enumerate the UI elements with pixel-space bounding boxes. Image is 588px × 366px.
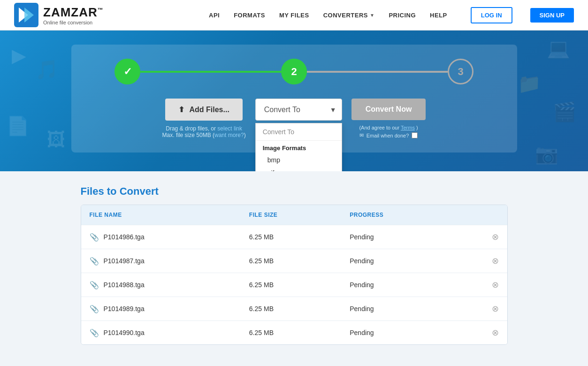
file-name: P1014989.tga bbox=[104, 305, 145, 313]
file-size-cell: 6.25 MB bbox=[241, 321, 341, 345]
file-name: P1014990.tga bbox=[104, 329, 145, 336]
nav-pricing[interactable]: PRICING bbox=[389, 12, 416, 19]
file-status-cell: Pending bbox=[341, 249, 454, 273]
terms-link[interactable]: Terms bbox=[401, 125, 415, 130]
add-files-button[interactable]: ⬆ Add Files... bbox=[165, 99, 242, 121]
file-status-cell: Pending bbox=[341, 225, 454, 249]
convert-now-button[interactable]: Convert Now bbox=[351, 99, 426, 120]
dropdown-group-label: Image Formats bbox=[256, 141, 342, 153]
file-status-cell: Pending bbox=[341, 321, 454, 345]
logo-icon bbox=[14, 3, 38, 27]
upload-icon: ⬆ bbox=[178, 105, 184, 114]
nav-my-files[interactable]: MY FILES bbox=[279, 12, 309, 19]
email-checkbox[interactable] bbox=[412, 132, 418, 138]
remove-file-button[interactable]: ⊗ bbox=[492, 304, 499, 314]
logo-tagline: Online file conversion bbox=[43, 20, 104, 25]
remove-file-button[interactable]: ⊗ bbox=[492, 232, 499, 242]
remove-file-button[interactable]: ⊗ bbox=[492, 256, 499, 266]
file-name-cell: 📎 P1014989.tga bbox=[81, 297, 241, 321]
convert-to-select[interactable]: Convert To bbox=[255, 99, 342, 121]
remove-file-button[interactable]: ⊗ bbox=[492, 280, 499, 290]
file-attachment-icon: 📎 bbox=[90, 257, 99, 266]
file-remove-cell: ⊗ bbox=[454, 297, 507, 321]
table-row: 📎 P1014986.tga 6.25 MB Pending ⊗ bbox=[81, 225, 507, 249]
files-section: Files to Convert FILE NAME FILE SIZE PRO… bbox=[71, 185, 517, 345]
files-table-header: FILE NAME FILE SIZE PROGRESS bbox=[81, 205, 507, 225]
file-name-cell: 📎 P1014990.tga bbox=[81, 321, 241, 345]
dropdown-item-gif[interactable]: gif bbox=[256, 167, 342, 171]
nav-help[interactable]: HELP bbox=[430, 12, 447, 19]
file-name-cell: 📎 P1014988.tga bbox=[81, 273, 241, 297]
file-attachment-icon: 📎 bbox=[90, 328, 99, 337]
table-row: 📎 P1014987.tga 6.25 MB Pending ⊗ bbox=[81, 249, 507, 273]
select-link[interactable]: select link bbox=[217, 125, 242, 132]
col-file-size: FILE SIZE bbox=[241, 205, 341, 225]
signup-button[interactable]: SIGN UP bbox=[530, 8, 574, 23]
convert-now-hint: (And agree to our Terms ) bbox=[359, 125, 418, 130]
col-actions bbox=[454, 205, 507, 225]
main-nav: API FORMATS MY FILES CONVERTERS ▼ PRICIN… bbox=[209, 7, 574, 23]
file-name: P1014986.tga bbox=[104, 233, 145, 241]
file-attachment-icon: 📎 bbox=[90, 233, 99, 242]
convert-to-area: Convert To ▼ Convert To Image Formatsbmp… bbox=[255, 99, 342, 121]
table-row: 📎 P1014988.tga 6.25 MB Pending ⊗ bbox=[81, 273, 507, 297]
col-file-name: FILE NAME bbox=[81, 205, 241, 225]
stepper: ✓ 2 3 bbox=[90, 59, 498, 84]
convert-now-area: Convert Now (And agree to our Terms ) ✉ … bbox=[351, 99, 426, 138]
file-attachment-icon: 📎 bbox=[90, 281, 99, 290]
remove-file-button[interactable]: ⊗ bbox=[492, 328, 499, 338]
col-progress: PROGRESS bbox=[341, 205, 454, 225]
nav-formats[interactable]: FORMATS bbox=[234, 12, 265, 19]
step-2: 2 bbox=[281, 59, 307, 84]
file-name: P1014987.tga bbox=[104, 257, 145, 265]
step-3: 3 bbox=[448, 59, 473, 84]
dropdown-item-bmp[interactable]: bmp bbox=[256, 153, 342, 167]
step-1: ✓ bbox=[115, 59, 140, 84]
step-line-1-2 bbox=[140, 71, 281, 73]
file-remove-cell: ⊗ bbox=[454, 249, 507, 273]
want-more-link[interactable]: want more? bbox=[214, 132, 244, 138]
file-remove-cell: ⊗ bbox=[454, 321, 507, 345]
file-size-cell: 6.25 MB bbox=[241, 273, 341, 297]
table-row: 📎 P1014989.tga 6.25 MB Pending ⊗ bbox=[81, 297, 507, 321]
login-button[interactable]: LOG IN bbox=[471, 7, 512, 23]
logo-name: ZAMZAR™ bbox=[43, 5, 104, 20]
logo-text: ZAMZAR™ Online file conversion bbox=[43, 5, 104, 25]
envelope-icon: ✉ bbox=[359, 132, 364, 138]
add-files-hint: Drag & drop files, or select link Max. f… bbox=[162, 125, 246, 138]
email-row: ✉ Email when done? bbox=[359, 132, 418, 138]
files-table: FILE NAME FILE SIZE PROGRESS 📎 P1014986.… bbox=[81, 205, 507, 344]
hero-controls: ⬆ Add Files... Drag & drop files, or sel… bbox=[90, 99, 498, 138]
file-status-cell: Pending bbox=[341, 297, 454, 321]
nav-api[interactable]: API bbox=[209, 12, 220, 19]
files-title: Files to Convert bbox=[81, 185, 508, 198]
file-remove-cell: ⊗ bbox=[454, 273, 507, 297]
hero-inner: ✓ 2 3 ⬆ Add Files... Drag & drop files, … bbox=[71, 45, 517, 152]
file-name-cell: 📎 P1014986.tga bbox=[81, 225, 241, 249]
convert-to-dropdown: Convert To Image Formatsbmpgificojpgpcxp… bbox=[255, 123, 342, 171]
file-attachment-icon: 📎 bbox=[90, 305, 99, 313]
dropdown-header: Convert To bbox=[256, 123, 342, 141]
table-row: 📎 P1014990.tga 6.25 MB Pending ⊗ bbox=[81, 321, 507, 345]
file-name: P1014988.tga bbox=[104, 281, 145, 289]
header: ZAMZAR™ Online file conversion API FORMA… bbox=[0, 0, 588, 30]
files-table-wrapper: FILE NAME FILE SIZE PROGRESS 📎 P1014986.… bbox=[81, 205, 508, 345]
file-remove-cell: ⊗ bbox=[454, 225, 507, 249]
file-status-cell: Pending bbox=[341, 273, 454, 297]
nav-converters[interactable]: CONVERTERS ▼ bbox=[323, 12, 375, 19]
file-name-cell: 📎 P1014987.tga bbox=[81, 249, 241, 273]
logo[interactable]: ZAMZAR™ Online file conversion bbox=[14, 3, 104, 27]
files-table-body: 📎 P1014986.tga 6.25 MB Pending ⊗ 📎 P1014… bbox=[81, 225, 507, 345]
chevron-down-icon: ▼ bbox=[370, 13, 374, 18]
step-line-2-3 bbox=[307, 71, 448, 73]
file-size-cell: 6.25 MB bbox=[241, 297, 341, 321]
add-files-area: ⬆ Add Files... Drag & drop files, or sel… bbox=[162, 99, 246, 138]
file-size-cell: 6.25 MB bbox=[241, 249, 341, 273]
hero-section: ▶ 📄 🎵 🖼 💻 🎬 📷 📁 ✓ 2 3 bbox=[0, 30, 588, 171]
file-size-cell: 6.25 MB bbox=[241, 225, 341, 249]
